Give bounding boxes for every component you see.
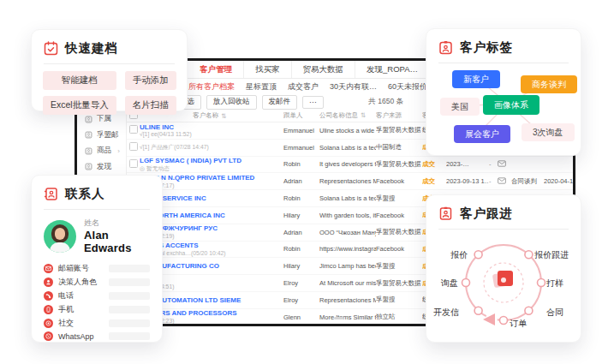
owner-cell: Emmanuel xyxy=(283,144,319,152)
sidebar-item-icon xyxy=(85,131,92,139)
sidebar-item[interactable]: 发现 xyxy=(77,159,126,176)
filter-chip[interactable]: 60天未报价 xyxy=(388,81,427,92)
company-desc-cell: https://www.instagram.com/inl… xyxy=(319,245,376,253)
owner-cell: Adrian xyxy=(283,177,319,185)
quick-create-button[interactable]: 智能建档 xyxy=(43,71,116,90)
field-label: 手机 xyxy=(58,304,74,315)
company-desc-cell: Solana Labs is a technology co… xyxy=(319,144,376,152)
node-label-sampling: 打样 xyxy=(546,277,563,289)
action-button[interactable]: 发邮件 xyxy=(262,95,298,110)
owner-cell: Robin xyxy=(283,245,319,253)
page: 客户管理 找买家 贸易大数据 发现_ROPA… 所有客户档案 星标置顶 成交客户… xyxy=(0,0,614,364)
sort-icon[interactable]: ⇅ xyxy=(221,112,226,120)
role-field[interactable] xyxy=(109,278,150,286)
quick-create-button[interactable]: Excel批量导入 xyxy=(43,96,116,115)
card-title: 客户标签 xyxy=(460,39,513,56)
mail-icon[interactable] xyxy=(498,177,511,186)
card-title: 客户跟进 xyxy=(460,206,513,222)
tag-usa[interactable]: 美国 xyxy=(440,98,480,116)
source-cell: Facebook xyxy=(376,177,422,185)
status-cell: 成交 xyxy=(422,177,446,186)
field-label: 邮箱账号 xyxy=(58,263,89,274)
quick-create-button[interactable]: 名片扫描 xyxy=(125,96,176,115)
tab[interactable]: 贸易大数据 xyxy=(292,61,356,78)
action-button[interactable]: 放入回收站 xyxy=(206,95,257,110)
quick-create-button[interactable]: 手动添加 xyxy=(125,71,176,90)
sidebar-item-label: 商品 xyxy=(97,146,111,156)
phone-field[interactable] xyxy=(109,292,150,300)
sidebar-item-icon xyxy=(85,163,92,170)
node-label-quote: 报价 xyxy=(450,249,468,261)
avatar xyxy=(44,220,76,253)
source-cell: 孚盟搜 xyxy=(376,194,422,203)
tab[interactable]: 客户管理 xyxy=(188,61,244,78)
phone-icon xyxy=(44,291,53,301)
sort-icon[interactable]: ⇅ xyxy=(361,111,366,120)
tab[interactable]: 找买家 xyxy=(244,61,292,78)
header-name: 客户名称 xyxy=(193,111,218,120)
node-label-order: 订单 xyxy=(510,318,527,330)
row-checkbox[interactable] xyxy=(129,159,138,168)
tag-3-inquiries[interactable]: 3次询盘 xyxy=(522,123,575,141)
contact-card: 联系人 姓名 Alan Edwards 邮箱账号 决策人角色 电话 xyxy=(31,175,163,343)
sidebar-item-icon xyxy=(85,147,92,155)
id-card-person-icon xyxy=(438,40,453,55)
contact-book-icon xyxy=(44,187,58,201)
total-count: 共 1650 条 xyxy=(368,97,403,107)
table-row[interactable]: LGF SYSMAC ( INDIA) PVT LTD ◎ 暂无动态 Robin… xyxy=(127,157,573,174)
whatsapp-icon xyxy=(44,331,53,341)
card-title: 快速建档 xyxy=(65,40,118,57)
horizontal-scrollbar[interactable] xyxy=(334,317,344,319)
action-button[interactable]: ⋯ xyxy=(302,96,324,109)
node-label-dev-letter: 开发信 xyxy=(433,307,459,319)
filter-chip[interactable]: 星标置顶 xyxy=(246,81,277,92)
owner-cell: Robin xyxy=(283,194,319,202)
owner-cell: Elroy xyxy=(283,279,319,287)
row-checkbox[interactable] xyxy=(129,142,138,151)
customer-tags-card: 客户标签 新客户 商务谈判 美国 画像体系 展会客户 3次询盘 xyxy=(426,28,581,156)
status-cell: 成交 xyxy=(422,160,446,169)
source-cell: 孚盟贸易大数据 xyxy=(376,279,422,288)
sidebar-item[interactable]: 商品 › xyxy=(77,143,126,159)
field-label: 电话 xyxy=(58,290,74,301)
social-icon xyxy=(44,319,53,328)
dash-cell: - xyxy=(489,160,498,168)
person-icon xyxy=(44,277,53,287)
source-cell: 中国制造 xyxy=(376,143,422,152)
whatsapp-field[interactable] xyxy=(109,332,150,340)
tag-exhibition[interactable]: 展会客户 xyxy=(454,125,510,143)
header-owner: 跟单人 xyxy=(283,111,319,120)
header-source: 客户来源 xyxy=(376,111,422,120)
filter-chip[interactable]: 成交客户 xyxy=(288,81,319,92)
filter-chip[interactable]: 所有客户档案 xyxy=(188,81,235,92)
tag-profile-system[interactable]: 画像体系 xyxy=(483,95,539,115)
source-cell: Facebook xyxy=(376,212,422,219)
sidebar-item[interactable]: 孚盟邮 xyxy=(77,128,126,144)
mobile-field[interactable] xyxy=(109,306,150,313)
last-follow-cell: 2023-09-13 1… xyxy=(446,177,489,185)
company-desc-cell: At Microsoft our mission and va… xyxy=(319,279,376,287)
table-row[interactable]: E FAF N N.QPRO PRIVATE LIMITED (09/13 17… xyxy=(127,173,573,190)
company-desc-cell: Jimco Lamp has been serving t… xyxy=(319,262,376,270)
field-label: 决策人角色 xyxy=(58,277,97,288)
header-company: 公司名称信息 xyxy=(319,111,358,120)
source-cell: 孚盟贸易大数据 xyxy=(376,228,422,236)
tag-new-customer[interactable]: 新客户 xyxy=(452,70,500,88)
company-name-link[interactable]: ULINE INC xyxy=(140,123,280,132)
company-name-link[interactable]: LGF SYSMAC ( INDIA) PVT LTD xyxy=(140,157,280,165)
filter-chip[interactable]: 30天内有联… xyxy=(330,81,377,92)
sidebar-item-label: 发现 xyxy=(97,162,111,172)
tag-negotiation[interactable]: 商务谈判 xyxy=(521,75,577,93)
email-field[interactable] xyxy=(109,265,150,272)
created-cell: 2020-04-14 17:… xyxy=(544,177,573,185)
social-field[interactable] xyxy=(109,319,150,327)
row-checkbox[interactable] xyxy=(129,125,138,134)
followup-card: 客户跟进 报价 报价跟进 询盘 xyxy=(426,194,581,343)
sidebar-item-label: 孚盟邮 xyxy=(97,130,119,140)
tab[interactable]: 发现_ROPA… xyxy=(355,61,430,78)
company-desc-cell: Solana Labs is a technology co… xyxy=(319,194,376,202)
mail-icon[interactable] xyxy=(498,160,511,169)
company-desc-cell: Representaciones Médicas del … xyxy=(319,296,376,304)
row-subtext: √[1] 产品推广(07/28 14:47) xyxy=(140,144,280,151)
badge-person-icon xyxy=(438,206,453,221)
